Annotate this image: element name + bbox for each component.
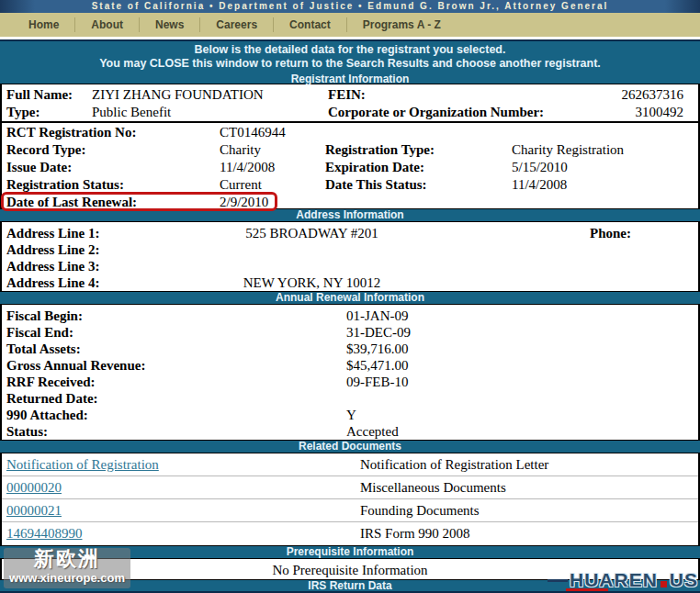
huaren-logo-red-underline (566, 588, 608, 591)
doc-link-00000021[interactable]: 00000021 (2, 499, 356, 522)
rct-number-value: CT0146944 (215, 124, 321, 141)
address-line-1-label: Address Line 1: (2, 225, 231, 241)
table-row: Status: Accepted (2, 423, 698, 440)
nav-item-home[interactable]: Home (13, 17, 75, 32)
date-last-renewal-label: Date of Last Renewal: (2, 194, 215, 211)
address-line-1-value: 525 BROADWAY #201 (231, 225, 392, 241)
rrf-received-value: 09-FEB-10 (346, 374, 698, 390)
attached-990-value: Y (346, 407, 698, 423)
table-row: 990 Attached: Y (2, 407, 698, 423)
table-row: Fiscal End: 31-DEC-09 (2, 324, 698, 341)
address-line-3-value (231, 258, 392, 274)
fiscal-end-value: 31-DEC-09 (346, 324, 698, 341)
status-label: Status: (2, 423, 346, 440)
date-this-status-value: 11/4/2008 (507, 176, 698, 194)
nav-item-programs[interactable]: Programs A - Z (347, 17, 457, 32)
section-header-related-documents: Related Documents (0, 441, 700, 453)
state-header-bar: State of California • Department of Just… (0, 0, 700, 13)
attached-990-label: 990 Attached: (2, 407, 346, 423)
registration-type-value: Charity Registration (507, 141, 698, 159)
doc-description: Miscellaneous Documents (356, 476, 698, 499)
doc-link-14694408990[interactable]: 14694408990 (2, 522, 356, 545)
empty-cell (507, 124, 698, 141)
related-documents-table: Notification of Registration Notificatio… (0, 453, 700, 546)
corp-number-label: Corporate or Organization Number: (328, 104, 599, 121)
rct-number-label: RCT Registration No: (2, 124, 215, 141)
full-name-label: Full Name: (2, 86, 92, 104)
expiration-date-label: Expiration Date: (321, 159, 507, 176)
doc-description: Founding Documents (356, 499, 698, 522)
gross-annual-revenue-value: $45,471.00 (346, 357, 698, 374)
doc-description: Notification of Registration Letter (356, 453, 698, 476)
table-row: Address Line 1: 525 BROADWAY #201 Phone: (2, 225, 698, 241)
issue-date-label: Issue Date: (2, 159, 215, 176)
table-row: Returned Date: (2, 390, 698, 407)
main-nav: Home About News Careers Contact Programs… (0, 13, 700, 37)
annual-renewal-table: Fiscal Begin: 01-JAN-09 Fiscal End: 31-D… (0, 304, 700, 441)
section-header-annual-renewal: Annual Renewal Information (0, 292, 700, 304)
fein-value: 262637316 (599, 86, 698, 104)
nav-item-contact[interactable]: Contact (274, 17, 347, 32)
registration-status-value: Current (215, 176, 321, 194)
phone-label: Phone: (590, 225, 698, 241)
table-row: 00000021 Founding Documents (2, 499, 698, 522)
total-assets-label: Total Assets: (2, 341, 346, 357)
fiscal-end-label: Fiscal End: (2, 324, 346, 341)
registration-status-label: Registration Status: (2, 176, 215, 194)
empty-cell (507, 194, 698, 211)
huaren-logo-line (548, 579, 568, 582)
fiscal-begin-label: Fiscal Begin: (2, 308, 346, 324)
registration-detail-table: RCT Registration No: CT0146944 Record Ty… (0, 122, 700, 209)
doc-link-notification-of-registration[interactable]: Notification of Registration (2, 453, 356, 476)
address-line-3-label: Address Line 3: (2, 258, 231, 274)
address-line-2-label: Address Line 2: (2, 241, 231, 258)
table-row: 00000020 Miscellaneous Documents (2, 476, 698, 499)
address-line-4-label: Address Line 4: (2, 274, 231, 291)
registration-type-label: Registration Type: (321, 141, 507, 159)
empty-cell (392, 225, 590, 241)
date-this-status-label: Date This Status: (321, 176, 507, 194)
table-row: Fiscal Begin: 01-JAN-09 (2, 308, 698, 324)
notice-panel: Below is the detailed data for the regis… (0, 39, 700, 84)
nav-item-news[interactable]: News (140, 17, 200, 32)
table-row: Registration Status: Current Date This S… (2, 176, 698, 194)
fiscal-begin-value: 01-JAN-09 (346, 308, 698, 324)
address-table: Address Line 1: 525 BROADWAY #201 Phone:… (0, 221, 700, 292)
status-value: Accepted (346, 423, 698, 440)
expiration-date-value: 5/15/2010 (507, 159, 698, 176)
table-row: Notification of Registration Notificatio… (2, 453, 698, 476)
table-row: Type: Public Benefit Corporate or Organi… (2, 104, 698, 121)
rrf-received-label: RRF Received: (2, 374, 346, 390)
doc-link-00000020[interactable]: 00000020 (2, 476, 356, 499)
table-row: Gross Annual Revenue: $45,471.00 (2, 357, 698, 374)
table-row: 14694408990 IRS Form 990 2008 (2, 522, 698, 545)
corp-number-value: 3100492 (599, 104, 698, 121)
type-label: Type: (2, 104, 92, 121)
nav-item-about[interactable]: About (75, 17, 140, 32)
empty-cell (321, 194, 507, 211)
table-row: Total Assets: $39,716.00 (2, 341, 698, 357)
returned-date-label: Returned Date: (2, 390, 346, 407)
xineurope-logo-text: 新欧洲 (4, 548, 130, 570)
returned-date-value (346, 390, 698, 407)
huaren-watermark: HUAREN US (548, 570, 698, 590)
table-row: Issue Date: 11/4/2008 Expiration Date: 5… (2, 159, 698, 176)
table-row: RCT Registration No: CT0146944 (2, 124, 698, 141)
type-value: Public Benefit (92, 104, 328, 121)
record-type-label: Record Type: (2, 141, 215, 159)
nav-item-careers[interactable]: Careers (200, 17, 274, 32)
empty-cell (321, 124, 507, 141)
notice-line-2: You may CLOSE this window to return to t… (0, 57, 700, 71)
full-name-value: ZIYI ZHANG FOUNDATION (92, 86, 328, 104)
date-last-renewal-value: 2/9/2010 (215, 194, 321, 211)
record-type-value: Charity (215, 141, 321, 159)
table-row: Full Name: ZIYI ZHANG FOUNDATION FEIN: 2… (2, 86, 698, 104)
notice-line-1: Below is the detailed data for the regis… (0, 43, 700, 57)
xineurope-url-text: www.xineurope.com (4, 570, 130, 586)
issue-date-value: 11/4/2008 (215, 159, 321, 176)
table-row: RRF Received: 09-FEB-10 (2, 374, 698, 390)
registrant-identity-table: Full Name: ZIYI ZHANG FOUNDATION FEIN: 2… (0, 84, 700, 122)
huaren-logo-text-2: US (670, 569, 698, 591)
huaren-logo-red-dot-icon (660, 581, 667, 587)
table-row: Record Type: Charity Registration Type: … (2, 141, 698, 159)
